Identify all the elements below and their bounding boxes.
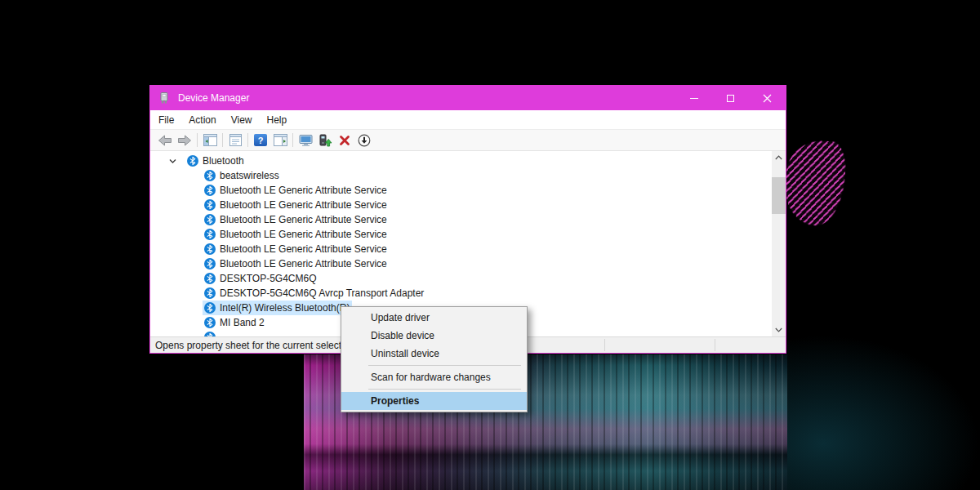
menu-item-uninstall-device[interactable]: Uninstall device (341, 345, 527, 363)
menu-item-disable-device[interactable]: Disable device (341, 327, 527, 345)
forward-icon[interactable] (175, 131, 194, 149)
menu-view[interactable]: View (225, 110, 259, 129)
menu-item-scan-hardware-changes[interactable]: Scan for hardware changes (341, 368, 527, 386)
toolbar-separator (197, 133, 198, 147)
tree-item-ble-service[interactable]: Bluetooth LE Generic Attribute Service (150, 183, 786, 198)
back-icon[interactable] (155, 131, 175, 149)
tree-item-ble-service[interactable]: Bluetooth LE Generic Attribute Service (150, 212, 786, 227)
minimize-button[interactable] (675, 86, 712, 110)
properties-toolbar-icon[interactable] (225, 131, 245, 149)
toolbar-separator (222, 133, 223, 147)
menu-action[interactable]: Action (182, 110, 222, 129)
statusbar-divider (604, 339, 605, 351)
computer-icon[interactable] (296, 131, 315, 149)
menu-separator (368, 389, 521, 390)
tree-item-desktop-5g4cm6q[interactable]: DESKTOP-5G4CM6Q (150, 271, 786, 286)
close-icon (763, 94, 772, 103)
bluetooth-icon (204, 243, 216, 255)
bluetooth-icon (204, 287, 216, 299)
action-pane-icon[interactable] (270, 131, 290, 149)
status-text: Opens property sheet for the current sel… (155, 340, 357, 351)
bluetooth-icon (204, 229, 216, 240)
menu-separator (368, 365, 521, 366)
show-console-tree-icon[interactable] (200, 131, 220, 149)
menu-item-update-driver[interactable]: Update driver (341, 309, 527, 327)
tree-item-ble-service[interactable]: Bluetooth LE Generic Attribute Service (150, 242, 786, 256)
question-mark-icon: ? (254, 134, 267, 146)
tree-item-ble-service[interactable]: Bluetooth LE Generic Attribute Service (150, 198, 786, 212)
tree-item-label: Intel(R) Wireless Bluetooth(R) (220, 302, 350, 314)
wallpaper-pink-mesh (782, 139, 847, 228)
device-manager-icon (158, 91, 171, 105)
desktop: Device Manager File Action View Help (0, 0, 980, 490)
scroll-up-icon[interactable] (772, 151, 786, 164)
menu-file[interactable]: File (152, 110, 180, 129)
bluetooth-icon (204, 273, 216, 284)
bluetooth-icon (204, 199, 216, 211)
tree-item-label: DESKTOP-5G4CM6Q (220, 273, 316, 284)
chevron-down-icon[interactable] (168, 157, 178, 166)
bluetooth-icon (204, 185, 216, 196)
tree-item-label: Bluetooth (203, 155, 244, 167)
menu-help[interactable]: Help (261, 110, 294, 129)
statusbar-divider (715, 339, 715, 351)
tree-item-label: DESKTOP-5G4CM6Q Avrcp Transport Adapter (220, 287, 424, 299)
update-driver-icon[interactable] (315, 131, 335, 149)
disable-device-icon[interactable] (354, 131, 374, 149)
vertical-scrollbar[interactable] (772, 151, 786, 336)
tree-item-avrcp-transport-adapter[interactable]: DESKTOP-5G4CM6Q Avrcp Transport Adapter (150, 286, 786, 301)
titlebar[interactable]: Device Manager (150, 86, 786, 110)
menubar: File Action View Help (150, 110, 786, 130)
scrollbar-thumb[interactable] (772, 177, 786, 214)
help-icon[interactable]: ? (251, 131, 270, 149)
uninstall-device-icon[interactable] (335, 131, 354, 149)
toolbar-separator (292, 133, 293, 147)
tree-item-label: Bluetooth LE Generic Attribute Service (220, 214, 387, 225)
tree-item-ble-service[interactable]: Bluetooth LE Generic Attribute Service (150, 227, 786, 242)
toolbar: ? (150, 130, 786, 151)
bluetooth-icon (187, 155, 198, 167)
tree-item-label: Bluetooth LE Generic Attribute Service (220, 199, 387, 211)
toolbar-separator (247, 133, 248, 147)
maximize-icon (727, 95, 734, 102)
tree-item-label: Bluetooth LE Generic Attribute Service (220, 185, 387, 196)
tree-item-label: Bluetooth LE Generic Attribute Service (220, 258, 387, 270)
bluetooth-icon (204, 317, 216, 328)
tree-item-bluetooth[interactable]: Bluetooth (150, 154, 786, 168)
minimize-icon (690, 98, 698, 99)
bluetooth-icon (204, 170, 216, 181)
window-title: Device Manager (178, 92, 675, 104)
scroll-down-icon[interactable] (772, 323, 786, 336)
bluetooth-icon (204, 214, 216, 225)
tree-item-label: beatswireless (220, 170, 279, 181)
tree-item-label: Bluetooth LE Generic Attribute Service (220, 243, 387, 255)
bluetooth-icon (204, 302, 216, 314)
tree-item-label: Bluetooth LE Generic Attribute Service (220, 229, 387, 240)
close-button[interactable] (749, 86, 786, 110)
menu-item-properties[interactable]: Properties (341, 392, 527, 410)
tree-item-label: MI Band 2 (220, 317, 265, 328)
context-menu: Update driver Disable device Uninstall d… (341, 306, 528, 412)
bluetooth-icon (204, 258, 216, 270)
tree-item-beatswireless[interactable]: beatswireless (150, 168, 786, 183)
tree-item-ble-service[interactable]: Bluetooth LE Generic Attribute Service (150, 256, 786, 271)
maximize-button[interactable] (712, 86, 749, 110)
